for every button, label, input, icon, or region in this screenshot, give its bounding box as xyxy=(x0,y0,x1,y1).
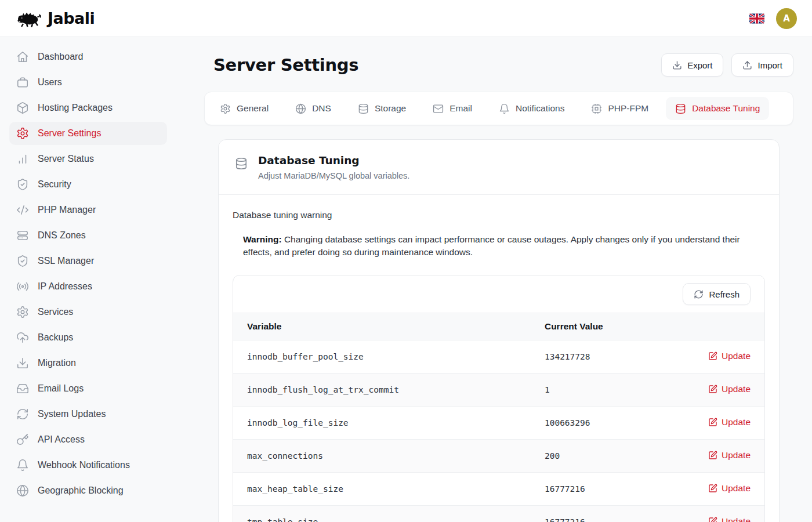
database-icon xyxy=(235,156,248,171)
variable-cell: innodb_flush_log_at_trx_commit xyxy=(233,374,531,407)
page-title: Server Settings xyxy=(213,55,358,75)
variable-cell: max_connections xyxy=(233,440,531,473)
shield-check-icon xyxy=(16,255,29,267)
gear-icon xyxy=(16,306,29,318)
sidebar-item-users[interactable]: Users xyxy=(9,71,167,94)
variable-cell: max_heap_table_size xyxy=(233,473,531,506)
cpu-icon xyxy=(591,103,602,114)
current-value-cell: 16777216 xyxy=(531,473,669,506)
package-icon xyxy=(16,102,29,114)
tab-general[interactable]: General xyxy=(211,97,278,120)
uk-flag-icon[interactable] xyxy=(749,13,764,24)
edit-icon xyxy=(708,418,717,427)
refresh-button[interactable]: Refresh xyxy=(683,283,751,305)
warning-paragraph: Warning: Changing database settings can … xyxy=(243,233,765,259)
variable-cell: innodb_buffer_pool_size xyxy=(233,340,531,374)
download-tray-icon xyxy=(16,357,29,369)
current-value-cell: 1 xyxy=(531,374,669,407)
gear-icon xyxy=(16,127,29,140)
edit-icon xyxy=(708,451,717,460)
avatar[interactable]: A xyxy=(776,8,797,29)
sidebar-item-dns-zones[interactable]: DNS Zones xyxy=(9,224,167,247)
sidebar-item-php-manager[interactable]: PHP Manager xyxy=(9,198,167,222)
tab-storage[interactable]: Storage xyxy=(349,97,415,120)
table-row: innodb_log_file_size 100663296 Update xyxy=(233,407,764,440)
table-row: tmp_table_size 16777216 Update xyxy=(233,506,764,522)
refresh-icon xyxy=(694,289,704,299)
tab-notifications[interactable]: Notifications xyxy=(490,97,574,120)
cloud-upload-icon xyxy=(16,331,29,344)
warning-label: Warning: xyxy=(243,234,282,244)
export-button[interactable]: Export xyxy=(661,53,723,77)
sidebar-item-email-logs[interactable]: Email Logs xyxy=(9,377,167,400)
globe-icon xyxy=(16,484,29,497)
server-stack-icon xyxy=(16,229,29,242)
database-icon xyxy=(358,103,369,114)
sidebar: Dashboard Users Hosting Packages Server … xyxy=(0,37,176,522)
bar-chart-icon xyxy=(16,153,29,165)
bell-icon xyxy=(16,459,29,472)
page-actions: Export Import xyxy=(661,53,793,77)
table-row: innodb_flush_log_at_trx_commit 1 Update xyxy=(233,374,764,407)
panel-title: Database Tuning xyxy=(258,154,409,166)
edit-icon xyxy=(708,484,717,493)
gear-icon xyxy=(220,103,231,114)
sidebar-item-ip-addresses[interactable]: IP Addresses xyxy=(9,275,167,298)
refresh-icon xyxy=(16,408,29,420)
database-icon xyxy=(675,103,686,114)
mail-icon xyxy=(433,103,444,114)
code-icon xyxy=(16,204,29,216)
variable-cell: tmp_table_size xyxy=(233,506,531,522)
sidebar-item-ssl-manager[interactable]: SSL Manager xyxy=(9,249,167,273)
table-row: max_connections 200 Update xyxy=(233,440,764,473)
sidebar-item-server-settings[interactable]: Server Settings xyxy=(9,122,167,145)
sidebar-item-backups[interactable]: Backups xyxy=(9,326,167,349)
house-icon xyxy=(16,50,29,63)
current-value-cell: 16777216 xyxy=(531,506,669,522)
sidebar-item-hosting-packages[interactable]: Hosting Packages xyxy=(9,96,167,119)
edit-icon xyxy=(708,517,717,522)
sidebar-item-services[interactable]: Services xyxy=(9,300,167,324)
top-header: Jabali A xyxy=(0,0,812,37)
brand-logo[interactable]: Jabali xyxy=(16,9,95,28)
panel-subtitle: Adjust MariaDB/MySQL global variables. xyxy=(258,171,409,180)
table-row: max_heap_table_size 16777216 Update xyxy=(233,473,764,506)
sidebar-item-api-access[interactable]: API Access xyxy=(9,428,167,451)
tab-email[interactable]: Email xyxy=(423,97,481,120)
bell-icon xyxy=(499,103,510,114)
briefcase-icon xyxy=(16,76,29,89)
key-icon xyxy=(16,433,29,446)
update-button[interactable]: Update xyxy=(708,351,751,361)
table-header-row: Variable Current Value xyxy=(233,313,764,340)
sidebar-nav: Dashboard Users Hosting Packages Server … xyxy=(9,45,167,502)
download-icon xyxy=(672,60,682,70)
header-right: A xyxy=(749,8,797,29)
update-button[interactable]: Update xyxy=(708,516,751,522)
edit-icon xyxy=(708,385,717,394)
update-button[interactable]: Update xyxy=(708,384,751,394)
boar-icon xyxy=(16,9,42,28)
tab-database-tuning[interactable]: Database Tuning xyxy=(666,97,769,120)
column-variable: Variable xyxy=(233,313,531,340)
sidebar-item-security[interactable]: Security xyxy=(9,173,167,196)
sidebar-item-webhook-notifications[interactable]: Webhook Notifications xyxy=(9,454,167,477)
database-tuning-panel: Database Tuning Adjust MariaDB/MySQL glo… xyxy=(218,139,780,522)
update-button[interactable]: Update xyxy=(708,417,751,427)
update-button[interactable]: Update xyxy=(708,483,751,494)
upload-icon xyxy=(742,60,752,70)
sidebar-item-server-status[interactable]: Server Status xyxy=(9,147,167,171)
warning-text: Changing database settings can impact pe… xyxy=(243,234,740,257)
sidebar-item-geographic-blocking[interactable]: Geographic Blocking xyxy=(9,479,167,502)
variables-table-card: Refresh Variable Current Value innodb_bu… xyxy=(233,275,765,522)
inbox-icon xyxy=(16,382,29,395)
update-button[interactable]: Update xyxy=(708,450,751,461)
sidebar-item-migration[interactable]: Migration xyxy=(9,351,167,375)
import-button[interactable]: Import xyxy=(731,53,793,77)
sidebar-item-system-updates[interactable]: System Updates xyxy=(9,403,167,426)
sidebar-item-dashboard[interactable]: Dashboard xyxy=(9,45,167,68)
tab-php-fpm[interactable]: PHP-FPM xyxy=(582,97,658,120)
radio-waves-icon xyxy=(16,280,29,293)
globe-icon xyxy=(295,103,306,114)
table-row: innodb_buffer_pool_size 134217728 Update xyxy=(233,340,764,374)
tab-dns[interactable]: DNS xyxy=(286,97,340,120)
